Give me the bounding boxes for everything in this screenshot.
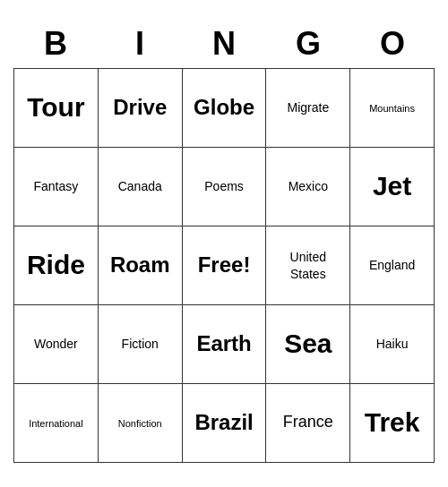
header-letter: N <box>182 25 266 68</box>
table-row: TourDriveGlobeMigrateMountains <box>14 68 435 147</box>
table-cell: Jet <box>350 147 435 226</box>
table-cell: Wonder <box>14 304 99 383</box>
cell-text: Haiku <box>376 337 409 351</box>
table-cell: Mountains <box>350 68 435 147</box>
table-cell: Fantasy <box>14 147 99 226</box>
cell-text: UnitedStates <box>290 250 326 281</box>
table-cell: Haiku <box>350 304 435 383</box>
cell-text: Ride <box>27 250 85 279</box>
cell-text: Nonfiction <box>118 418 162 429</box>
cell-text: Brazil <box>194 410 253 434</box>
table-cell: Ride <box>14 226 99 304</box>
cell-text: Roam <box>110 252 170 277</box>
header-letter: B <box>13 25 98 68</box>
cell-text: Free! <box>198 252 251 277</box>
cell-text: Wonder <box>34 337 78 351</box>
cell-text: Trek <box>365 407 420 437</box>
cell-text: Fantasy <box>34 179 79 193</box>
cell-text: Mountains <box>369 103 415 114</box>
table-cell: Brazil <box>182 383 266 462</box>
table-cell: UnitedStates <box>266 226 350 304</box>
table-row: InternationalNonfictionBrazilFranceTrek <box>14 383 435 462</box>
table-cell: Migrate <box>266 68 350 147</box>
header-letter: G <box>266 25 350 68</box>
table-cell: Mexico <box>266 147 350 226</box>
table-cell: Sea <box>266 304 350 383</box>
cell-text: Jet <box>373 171 411 201</box>
cell-text: England <box>369 258 415 272</box>
cell-text: Fiction <box>122 337 159 351</box>
table-cell: Poems <box>182 147 266 226</box>
bingo-header: BINGO <box>13 25 435 68</box>
table-cell: Tour <box>14 68 99 147</box>
cell-text: Tour <box>27 92 84 122</box>
header-letter: I <box>98 25 182 68</box>
cell-text: Drive <box>113 95 167 119</box>
table-row: RideRoamFree!UnitedStatesEngland <box>14 226 435 304</box>
table-cell: Trek <box>350 383 435 462</box>
cell-text: Migrate <box>287 100 329 115</box>
table-cell: England <box>350 226 435 304</box>
table-cell: Fiction <box>98 304 182 383</box>
table-cell: Drive <box>98 68 182 147</box>
cell-text: Sea <box>284 329 332 358</box>
table-cell: Globe <box>182 68 266 147</box>
table-cell: Earth <box>182 304 266 383</box>
cell-text: Canada <box>118 179 162 193</box>
table-row: WonderFictionEarthSeaHaiku <box>14 304 435 383</box>
cell-text: Poems <box>204 179 244 193</box>
table-cell: Canada <box>98 147 182 226</box>
header-letter: O <box>350 25 435 68</box>
cell-text: France <box>283 413 333 431</box>
cell-text: Globe <box>194 95 254 119</box>
bingo-table: TourDriveGlobeMigrateMountainsFantasyCan… <box>13 68 435 463</box>
cell-text: Earth <box>196 331 251 355</box>
cell-text: Mexico <box>289 179 328 193</box>
bingo-card: BINGO TourDriveGlobeMigrateMountainsFant… <box>13 25 435 463</box>
table-row: FantasyCanadaPoemsMexicoJet <box>14 147 435 226</box>
table-cell: France <box>266 383 350 462</box>
table-cell: Nonfiction <box>98 383 182 462</box>
cell-text: International <box>29 418 83 429</box>
table-cell: Free! <box>182 226 266 304</box>
table-cell: Roam <box>98 226 182 304</box>
table-cell: International <box>14 383 99 462</box>
